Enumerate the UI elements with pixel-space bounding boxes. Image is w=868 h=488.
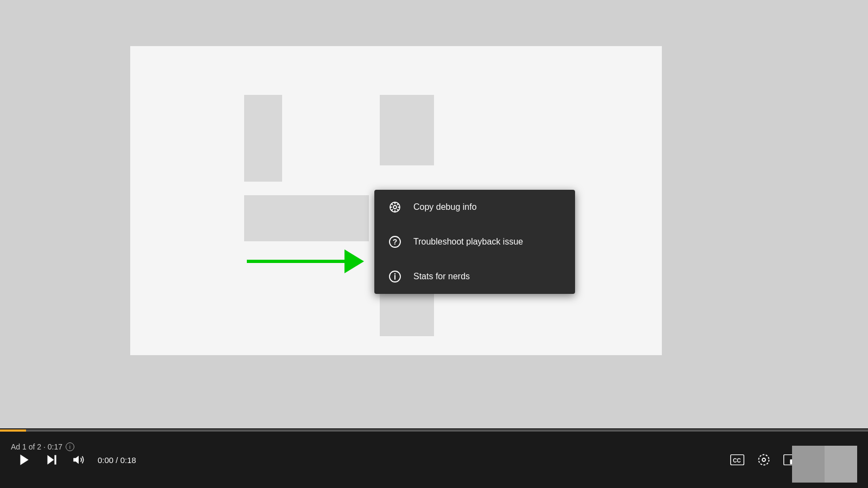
question-circle-icon: ? — [387, 234, 403, 249]
svg-marker-18 — [73, 455, 79, 464]
time-display: 0:00 / 0:18 — [98, 455, 136, 465]
svg-marker-16 — [47, 455, 54, 464]
arrow-head — [344, 249, 364, 273]
controls-bar: Ad 1 of 2 · 0:17 i — [0, 428, 868, 488]
svg-point-14 — [394, 273, 395, 274]
arrow-annotation — [247, 249, 364, 273]
ad-info-icon[interactable]: i — [66, 442, 74, 451]
troubleshoot-playback-item[interactable]: ? Troubleshoot playback issue — [374, 224, 575, 259]
svg-line-7 — [397, 209, 399, 211]
minimap-thumbnail — [792, 446, 857, 483]
video-area: Copy debug info ? Troubleshoot playback … — [0, 0, 868, 428]
cc-button[interactable]: CC — [724, 450, 751, 470]
troubleshoot-playback-label: Troubleshoot playback issue — [413, 236, 523, 248]
gear-debug-icon — [387, 200, 403, 215]
copy-debug-info-label: Copy debug info — [413, 202, 477, 213]
minimap-left — [792, 446, 825, 483]
progress-bar[interactable] — [0, 429, 868, 432]
svg-line-9 — [392, 209, 393, 211]
settings-button[interactable] — [751, 449, 777, 471]
svg-line-8 — [397, 204, 399, 206]
video-player: Copy debug info ? Troubleshoot playback … — [0, 0, 868, 488]
controls-row: 0:00 / 0:18 CC — [0, 432, 868, 488]
copy-debug-info-item[interactable]: Copy debug info — [374, 190, 575, 224]
play-button[interactable] — [11, 448, 38, 471]
stats-for-nerds-item[interactable]: Stats for nerds — [374, 259, 575, 294]
context-menu: Copy debug info ? Troubleshoot playback … — [374, 190, 575, 294]
svg-line-6 — [392, 204, 393, 206]
progress-filled — [0, 429, 26, 432]
next-button[interactable] — [38, 448, 65, 471]
svg-text:CC: CC — [733, 458, 741, 464]
svg-point-21 — [762, 458, 765, 461]
svg-rect-17 — [54, 455, 56, 464]
svg-point-22 — [759, 455, 769, 465]
volume-button[interactable] — [65, 448, 92, 471]
ad-badge: Ad 1 of 2 · 0:17 i — [11, 442, 74, 451]
svg-text:?: ? — [393, 237, 398, 246]
svg-marker-15 — [20, 454, 28, 465]
minimap-right — [825, 446, 857, 483]
stats-for-nerds-label: Stats for nerds — [413, 271, 470, 282]
ad-text: Ad 1 of 2 · 0:17 — [11, 442, 62, 451]
arrow-line — [247, 260, 344, 263]
svg-point-1 — [393, 206, 397, 209]
info-circle-icon — [387, 269, 403, 284]
